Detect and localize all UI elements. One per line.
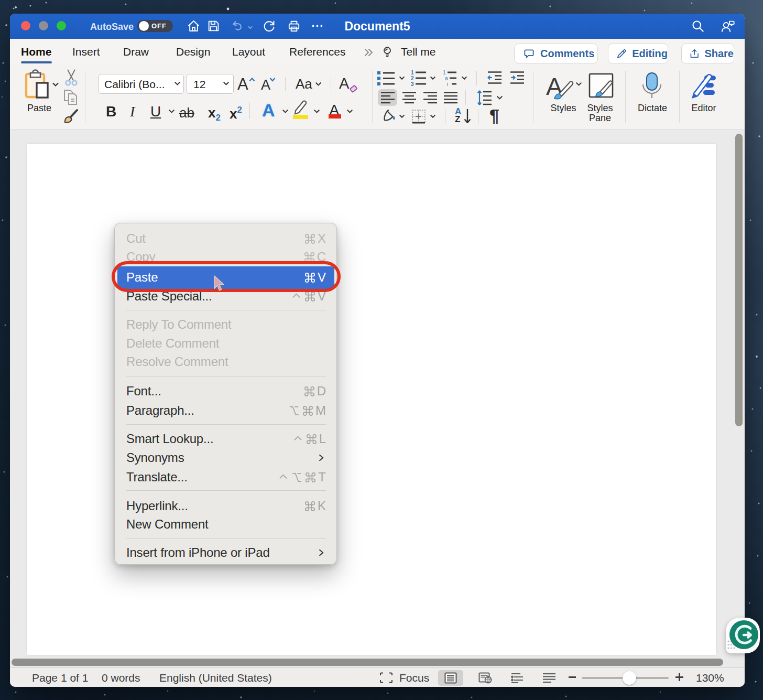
svg-text:2: 2	[411, 76, 414, 81]
svg-text:3: 3	[411, 81, 414, 87]
svg-text:1: 1	[443, 70, 446, 76]
svg-text:1: 1	[411, 70, 414, 76]
svg-text:a: a	[445, 76, 448, 81]
svg-text:i: i	[447, 81, 448, 87]
